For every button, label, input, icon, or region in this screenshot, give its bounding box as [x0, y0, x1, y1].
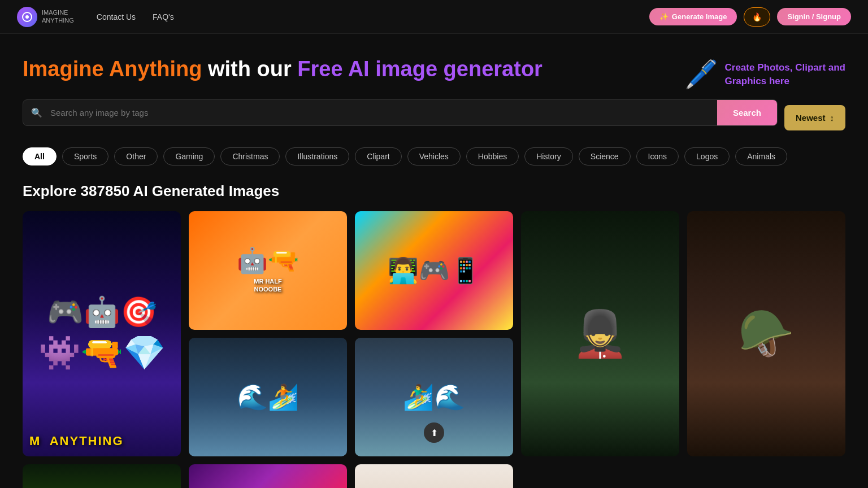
- signin-button[interactable]: Signin / Signup: [777, 8, 851, 25]
- fire-button[interactable]: 🔥: [744, 7, 770, 27]
- image-card-9[interactable]: 🎵🎶: [189, 464, 347, 488]
- scroll-top-button[interactable]: ⬆: [424, 422, 444, 443]
- generate-icon: ✨: [659, 12, 669, 21]
- filter-tag-sports[interactable]: Sports: [62, 147, 108, 165]
- image-card-3[interactable]: 👨‍💻🎮📱: [355, 211, 513, 330]
- filter-tag-hobbies[interactable]: Hobbies: [466, 147, 519, 165]
- hero-cta: 🖊️ Create Photos, Clipart andGraphics he…: [684, 61, 845, 88]
- search-row: 🔍 Search Newest ↕: [23, 99, 845, 136]
- image-grid: 🎮🤖🎯 👾🔫💎 M ANYTHING 🤖🔫 MR HALFNOOOBE 👨‍💻🎮…: [23, 211, 845, 488]
- filter-tag-clipart[interactable]: Clipart: [355, 147, 401, 165]
- nav-links: Contact Us FAQ's: [97, 12, 174, 21]
- filter-tag-christmas[interactable]: Christmas: [220, 147, 280, 165]
- image-card-1[interactable]: 🎮🤖🎯 👾🔫💎 M ANYTHING: [23, 211, 181, 456]
- filter-tag-history[interactable]: History: [524, 147, 573, 165]
- logo-text: IMAGINE ANYTHING: [42, 9, 74, 24]
- filter-tags: AllSportsOtherGamingChristmasIllustratio…: [0, 147, 868, 177]
- image-card-6[interactable]: 🌊🏄: [189, 338, 347, 456]
- logo-icon: [17, 7, 37, 27]
- logo[interactable]: IMAGINE ANYTHING: [17, 7, 74, 27]
- sort-button[interactable]: Newest ↕: [784, 105, 845, 130]
- contact-link[interactable]: Contact Us: [97, 12, 136, 21]
- explore-title: Explore 387850 AI Generated Images: [23, 182, 845, 200]
- image-card-10[interactable]: 💃: [355, 464, 513, 488]
- image-card-8[interactable]: 👨‍👩‍👧🐕: [23, 464, 181, 488]
- filter-tag-science[interactable]: Science: [579, 147, 631, 165]
- navbar: IMAGINE ANYTHING Contact Us FAQ's ✨ Gene…: [0, 0, 868, 34]
- sort-icon: ↕: [830, 113, 835, 123]
- hero-title-wrap: Imagine Anything with our Free AI image …: [23, 56, 542, 82]
- fire-icon: 🔥: [752, 12, 762, 21]
- generate-button[interactable]: ✨ Generate Image: [649, 8, 737, 25]
- cursor-icon: 🖊️: [684, 61, 718, 88]
- image-card-2[interactable]: 🤖🔫 MR HALFNOOOBE: [189, 211, 347, 330]
- search-input[interactable]: [50, 100, 717, 125]
- nav-left: IMAGINE ANYTHING Contact Us FAQ's: [17, 7, 174, 27]
- nav-right: ✨ Generate Image 🔥 Signin / Signup: [649, 7, 851, 27]
- hero-title: Imagine Anything with our Free AI image …: [23, 56, 542, 82]
- filter-tag-gaming[interactable]: Gaming: [163, 147, 215, 165]
- faq-link[interactable]: FAQ's: [153, 12, 174, 21]
- filter-tag-vehicles[interactable]: Vehicles: [407, 147, 461, 165]
- filter-tag-other[interactable]: Other: [114, 147, 158, 165]
- filter-tag-icons[interactable]: Icons: [636, 147, 679, 165]
- filter-tag-illustrations[interactable]: Illustrations: [285, 147, 349, 165]
- image-card-5[interactable]: 🪖: [687, 211, 845, 456]
- image-card-4[interactable]: 💂‍♂️: [521, 211, 679, 456]
- search-section: 🔍 Search Newest ↕: [0, 99, 868, 147]
- svg-point-1: [25, 15, 29, 19]
- hero-section: Imagine Anything with our Free AI image …: [0, 34, 868, 99]
- search-bar: 🔍 Search: [23, 99, 778, 126]
- filter-tag-logos[interactable]: Logos: [684, 147, 730, 165]
- filter-tag-animals[interactable]: Animals: [735, 147, 787, 165]
- search-button[interactable]: Search: [717, 100, 777, 125]
- hero-cta-text: Create Photos, Clipart andGraphics here: [725, 61, 845, 88]
- search-icon: 🔍: [23, 107, 50, 118]
- filter-tag-all[interactable]: All: [23, 147, 57, 165]
